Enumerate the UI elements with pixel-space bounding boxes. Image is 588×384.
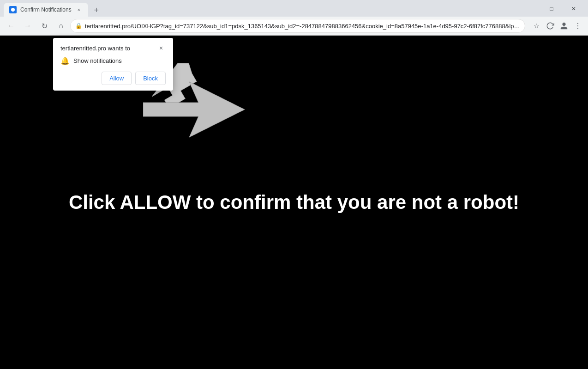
minimize-button[interactable]: ─ bbox=[519, 1, 540, 17]
toolbar-icons: ☆ bbox=[530, 19, 584, 32]
webpage: tertlarenritted.pro wants to × 🔔 Show no… bbox=[0, 36, 588, 369]
tab-favicon bbox=[9, 6, 17, 13]
close-button[interactable]: ✕ bbox=[563, 1, 584, 17]
browser-chrome: Confirm Notifications × + ─ □ ✕ ← → ↻ ⌂ … bbox=[0, 0, 588, 36]
window-controls: ─ □ ✕ bbox=[519, 1, 584, 17]
browser-toolbar: ← → ↻ ⌂ 🔒 tertlarenritted.pro/UOIXHGP?ta… bbox=[0, 17, 588, 35]
account-icon[interactable] bbox=[558, 19, 570, 32]
maximize-button[interactable]: □ bbox=[541, 1, 562, 17]
popup-notification-label: Show notifications bbox=[73, 57, 122, 64]
refresh-button[interactable]: ↻ bbox=[37, 18, 52, 33]
tab-close-button[interactable]: × bbox=[75, 6, 83, 13]
block-button[interactable]: Block bbox=[135, 72, 166, 85]
popup-buttons: Allow Block bbox=[60, 72, 166, 85]
svg-point-1 bbox=[577, 23, 578, 24]
popup-title: tertlarenritted.pro wants to bbox=[60, 45, 130, 52]
popup-notification-row: 🔔 Show notifications bbox=[60, 56, 166, 65]
url-text: tertlarenritted.pro/UOIXHGP?tag_id=73712… bbox=[85, 23, 520, 30]
svg-point-2 bbox=[577, 25, 578, 26]
tab-title: Confirm Notifications bbox=[20, 6, 72, 13]
page-body-text: Click ALLOW to confirm that you are not … bbox=[69, 191, 519, 213]
svg-point-3 bbox=[577, 28, 578, 29]
popup-header: tertlarenritted.pro wants to × bbox=[60, 43, 166, 53]
svg-point-0 bbox=[11, 8, 15, 12]
popup-close-button[interactable]: × bbox=[156, 43, 166, 53]
browser-tab[interactable]: Confirm Notifications × bbox=[4, 3, 88, 17]
menu-icon[interactable] bbox=[571, 19, 584, 32]
back-button[interactable]: ← bbox=[4, 18, 18, 33]
tab-bar: Confirm Notifications × + ─ □ ✕ bbox=[0, 0, 588, 17]
forward-button[interactable]: → bbox=[20, 18, 35, 33]
bookmark-icon[interactable]: ☆ bbox=[530, 19, 543, 32]
lock-icon: 🔒 bbox=[75, 23, 82, 29]
new-tab-button[interactable]: + bbox=[90, 4, 103, 17]
address-bar[interactable]: 🔒 tertlarenritted.pro/UOIXHGP?tag_id=737… bbox=[70, 19, 525, 33]
bell-icon: 🔔 bbox=[60, 56, 70, 65]
notification-popup: tertlarenritted.pro wants to × 🔔 Show no… bbox=[53, 38, 173, 91]
extension-icon[interactable] bbox=[544, 19, 557, 32]
home-button[interactable]: ⌂ bbox=[54, 18, 68, 33]
allow-button[interactable]: Allow bbox=[102, 72, 132, 85]
